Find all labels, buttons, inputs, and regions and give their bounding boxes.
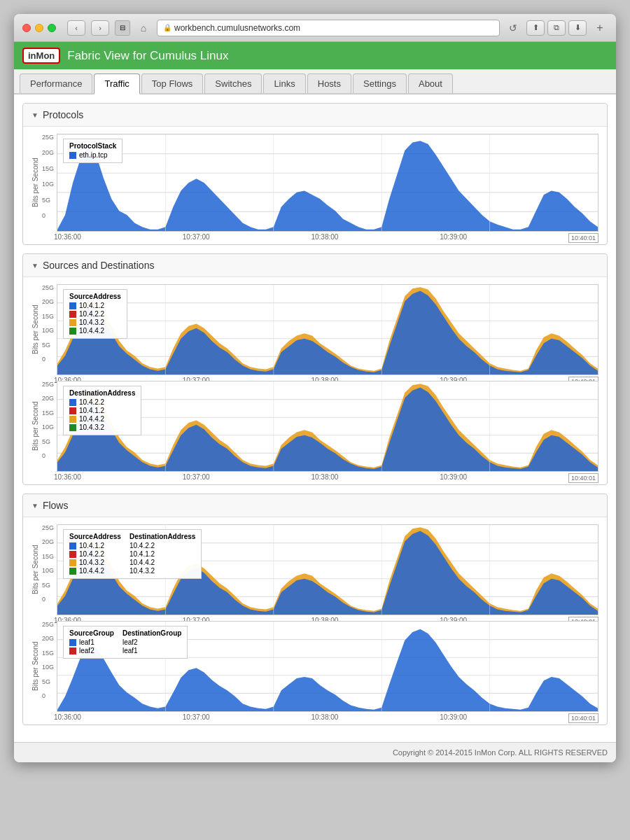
inmon-logo: inMon: [22, 48, 60, 64]
newtab-button[interactable]: ⧉: [547, 20, 566, 36]
flows-body: Bits per Second 25G 20G 15G 10G 5G 0: [23, 517, 607, 724]
tab-about[interactable]: About: [408, 74, 453, 93]
flows-header: ▼ Flows: [23, 494, 607, 517]
group-legend: SourceGroup leaf1 leaf2: [63, 626, 188, 659]
group-chart-area: SourceGroup leaf1 leaf2: [57, 621, 598, 712]
source-chart: Bits per Second 25G 20G 15G 10G 5G 0 Sou…: [31, 284, 598, 375]
source-svg: [57, 285, 598, 374]
tab-links[interactable]: Links: [263, 74, 305, 93]
protocols-title: Protocols: [43, 109, 83, 120]
flow-legend: SourceAddress 10.4.1.2 10.4.2.2: [63, 529, 202, 579]
tab-hosts[interactable]: Hosts: [307, 74, 351, 93]
flow-legend-src: SourceAddress 10.4.1.2 10.4.2.2: [69, 533, 121, 575]
protocols-legend-color-1: [69, 152, 76, 159]
protocols-chart-area: ProtocolStack eth.ip.tcp: [57, 134, 598, 232]
flow-chart-wrap: Bits per Second 25G 20G 15G 10G 5G 0: [31, 524, 598, 615]
source-chart-area: SourceAddress 10.4.1.2 10.4.2.2: [57, 284, 598, 375]
group-x-labels: 10:36:00 10:37:00 10:38:00 10:39:00 10:4…: [31, 713, 598, 723]
protocols-body: Bits per Second 25G 20G 15G 10G 5G 0 Pro…: [23, 127, 607, 244]
content-area: ▼ Protocols Bits per Second 25G 20G 15G …: [14, 94, 616, 742]
flow-legend-dst: DestinationAddress 10.4.2.2 10.4.1.2 10.…: [130, 533, 195, 575]
tab-top-flows[interactable]: Top Flows: [141, 74, 204, 93]
dst-legend-c2: [69, 407, 76, 414]
minimize-button[interactable]: [35, 24, 43, 32]
url-text: workbench.cumulusnetworks.com: [174, 23, 300, 33]
protocols-legend-title: ProtocolStack: [69, 142, 116, 150]
dest-legend-title: DestinationAddress: [69, 389, 135, 397]
protocols-x-labels: 10:36:00 10:37:00 10:38:00 10:39:00 10:4…: [31, 233, 598, 243]
group-chart-wrap: Bits per Second 25G 20G 15G 10G 5G 0: [31, 621, 598, 712]
dest-y-label: Bits per Second: [31, 381, 39, 472]
dst-legend-c3: [69, 416, 76, 423]
source-legend: SourceAddress 10.4.1.2 10.4.2.2: [63, 289, 127, 339]
share-button[interactable]: ⬆: [526, 20, 545, 36]
protocols-chart: Bits per Second 25G 20G 15G 10G 5G 0 Pro…: [31, 134, 598, 232]
footer: Copyright © 2014-2015 InMon Corp. ALL RI…: [14, 742, 616, 762]
source-chart-wrap: Bits per Second 25G 20G 15G 10G 5G 0 Sou…: [31, 284, 598, 375]
app-header: inMon Fabric View for Cumulus Linux: [14, 42, 616, 69]
src-legend-c4: [69, 328, 76, 335]
dest-chart: Bits per Second 25G 20G 15G 10G 5G 0 Des…: [31, 381, 598, 472]
flow-chart-area: SourceAddress 10.4.1.2 10.4.2.2: [57, 524, 598, 615]
protocols-legend-row-1: eth.ip.tcp: [69, 151, 116, 159]
sources-arrow: ▼: [31, 262, 38, 270]
back-button[interactable]: ‹: [67, 20, 85, 36]
source-legend-title: SourceAddress: [69, 293, 121, 300]
home-button[interactable]: ⌂: [136, 20, 151, 36]
src-legend-c1: [69, 302, 76, 309]
protocols-arrow: ▼: [31, 111, 38, 119]
sources-header: ▼ Sources and Destinations: [23, 254, 607, 277]
sources-section: ▼ Sources and Destinations Bits per Seco…: [22, 253, 608, 485]
app-title: Fabric View for Cumulus Linux: [67, 49, 228, 63]
flows-arrow: ▼: [31, 502, 38, 510]
dest-chart-wrap: Bits per Second 25G 20G 15G 10G 5G 0 Des…: [31, 381, 598, 472]
dst-legend-c4: [69, 424, 76, 431]
forward-button[interactable]: ›: [91, 20, 109, 36]
dest-chart-area: DestinationAddress 10.4.2.2 10.4.1.2: [57, 381, 598, 472]
tab-icon: ⊟: [115, 20, 130, 36]
source-y-label: Bits per Second: [31, 284, 39, 375]
tab-settings[interactable]: Settings: [353, 74, 407, 93]
tab-switches[interactable]: Switches: [204, 74, 262, 93]
flow-chart: Bits per Second 25G 20G 15G 10G 5G 0: [31, 524, 598, 615]
group-chart: Bits per Second 25G 20G 15G 10G 5G 0: [31, 621, 598, 712]
traffic-lights: [22, 24, 56, 32]
tab-bar: Performance Traffic Top Flows Switches L…: [14, 69, 616, 94]
browser-window: ‹ › ⊟ ⌂ 🔒 workbench.cumulusnetworks.com …: [14, 14, 616, 762]
lock-icon: 🔒: [163, 24, 172, 31]
dest-x-labels: 10:36:00 10:37:00 10:38:00 10:39:00 10:4…: [31, 473, 598, 483]
group-legend-dst: DestinationGroup leaf2 leaf1: [122, 629, 181, 655]
sources-body: Bits per Second 25G 20G 15G 10G 5G 0 Sou…: [23, 277, 607, 484]
logo-text: inMon: [28, 50, 55, 61]
address-bar[interactable]: 🔒 workbench.cumulusnetworks.com: [157, 20, 500, 36]
download-button[interactable]: ⬇: [568, 20, 587, 36]
protocols-svg: [57, 134, 598, 231]
protocols-header: ▼ Protocols: [23, 104, 607, 127]
flow-y-label: Bits per Second: [31, 524, 39, 615]
group-y-label: Bits per Second: [31, 621, 39, 712]
titlebar: ‹ › ⊟ ⌂ 🔒 workbench.cumulusnetworks.com …: [14, 14, 616, 42]
flows-section: ▼ Flows Bits per Second 25G 20G 15G 10G …: [22, 493, 608, 725]
tab-traffic[interactable]: Traffic: [94, 74, 139, 94]
copyright-text: Copyright © 2014-2015 InMon Corp. ALL RI…: [393, 748, 608, 757]
protocols-chart-wrap: Bits per Second 25G 20G 15G 10G 5G 0 Pro…: [31, 134, 598, 232]
protocols-y-label: Bits per Second: [31, 134, 39, 232]
close-button[interactable]: [22, 24, 31, 32]
dest-legend: DestinationAddress 10.4.2.2 10.4.1.2: [63, 386, 141, 435]
toolbar-right: ⬆ ⧉ ⬇: [526, 20, 587, 36]
group-legend-src: SourceGroup leaf1 leaf2: [69, 629, 114, 655]
protocols-section: ▼ Protocols Bits per Second 25G 20G 15G …: [22, 103, 608, 245]
protocols-legend-label-1: eth.ip.tcp: [79, 151, 108, 159]
sources-title: Sources and Destinations: [43, 260, 155, 271]
dst-legend-c1: [69, 399, 76, 406]
reload-button[interactable]: ↺: [505, 20, 521, 36]
src-legend-c2: [69, 311, 76, 318]
maximize-button[interactable]: [48, 24, 56, 32]
plus-button[interactable]: +: [592, 20, 608, 36]
src-legend-c3: [69, 319, 76, 326]
protocols-legend: ProtocolStack eth.ip.tcp: [63, 139, 122, 163]
flows-title: Flows: [43, 500, 69, 511]
tab-performance[interactable]: Performance: [20, 74, 92, 93]
